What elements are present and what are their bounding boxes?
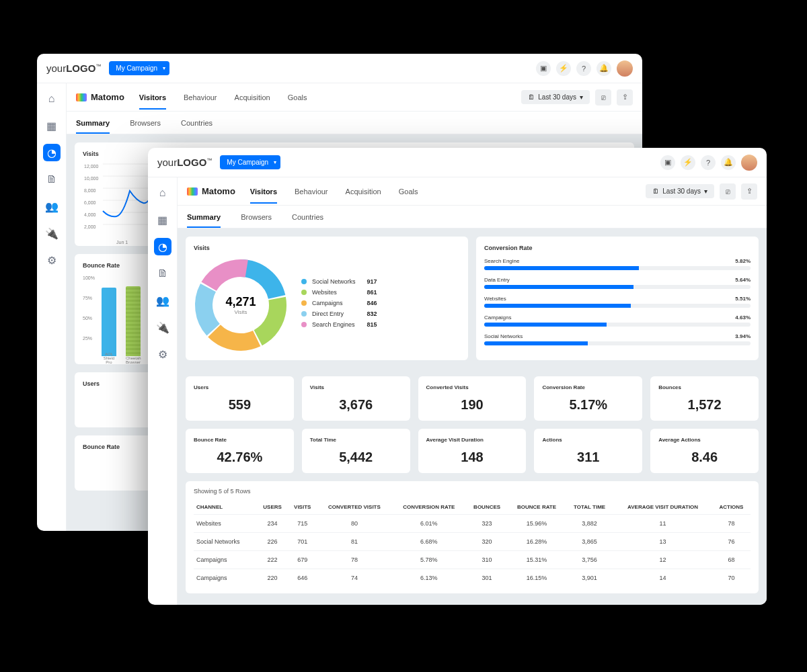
help-icon[interactable]: ? [576,61,591,76]
apps-icon[interactable]: ▦ [43,117,61,134]
table-row[interactable]: Campaigns222679785.78%31015.31%3,7561268 [194,551,751,569]
nav-tab-goals[interactable]: Goals [288,85,307,110]
nav-tab-visitors[interactable]: Visitors [139,85,166,110]
conversion-rate-card: Conversion Rate Search Engine5.82%Data E… [476,237,759,360]
bell-icon[interactable]: 🔔 [597,61,611,76]
document-icon[interactable]: 🗎 [43,171,61,188]
help-icon[interactable]: ? [701,155,716,170]
table-header[interactable]: AVERAGE VISIT DURATION [613,500,712,515]
home-icon[interactable]: ⌂ [154,184,171,202]
table-header[interactable]: CHANNEL [194,500,257,515]
card-title: Conversion Rate [484,245,751,251]
subtab-summary[interactable]: Summary [187,207,221,227]
brand: Matomo [187,186,235,196]
document-icon[interactable]: 🗎 [154,265,171,282]
kpi-label: Conversion Rate [542,384,634,390]
avatar[interactable] [741,155,757,171]
kpi-value: 311 [542,450,634,465]
donut-total: 4,271 [225,295,256,309]
apps-icon[interactable]: ▦ [154,211,171,228]
bolt-icon[interactable]: ⚡ [556,61,571,76]
channels-table: CHANNELUSERSVISITSCONVERTED VISITSCONVER… [194,500,751,587]
kpi-value: 8.46 [658,450,751,465]
legend-dot-icon [301,322,307,327]
table-header[interactable]: VISITS [288,500,317,515]
subtab-countries[interactable]: Countries [181,113,213,133]
conversion-row: Websites5.51% [484,296,751,308]
table-header[interactable]: USERS [257,500,288,515]
gear-icon[interactable]: ⚙ [154,345,171,363]
nav-tab-visitors[interactable]: Visitors [250,179,277,204]
kpi-card: Average Actions8.46 [650,429,759,473]
plug-icon[interactable]: 🔌 [43,224,61,242]
campaign-dropdown[interactable]: My Campaign [220,155,280,169]
kpi-card: Conversion Rate5.17% [534,376,642,421]
home-icon[interactable]: ⌂ [43,90,61,108]
table-header[interactable]: CONVERTED VISITS [317,500,391,515]
users-icon[interactable]: 👥 [43,198,61,215]
share-button[interactable]: ⇪ [617,89,633,106]
conversion-row: Data Entry5.64% [484,277,751,289]
nav-tab-behaviour[interactable]: Behaviour [184,85,217,110]
navbar: Matomo VisitorsBehaviourAcquisitionGoals… [178,177,767,206]
subtab-browsers[interactable]: Browsers [130,113,161,133]
table-row[interactable]: Social Networks226701816.68%32016.28%3,8… [194,533,751,551]
legend-item: Social Networks917 [301,278,377,285]
table-meta: Showing 5 of 5 Rows [194,488,751,495]
legend-item: Campaigns846 [301,300,377,306]
legend-dot-icon [301,279,307,284]
legend-item: Direct Entry832 [301,310,377,317]
kpi-value: 5,442 [310,450,402,465]
kpi-label: Bounce Rate [194,437,286,443]
table-row[interactable]: Campaigns220646746.13%30116.15%3,9011470 [194,569,751,587]
table-header[interactable]: BOUNCE RATE [508,500,566,515]
kpi-value: 3,676 [310,397,402,413]
sidebar: ⌂ ▦ ◔ 🗎 👥 🔌 ⚙ [37,83,67,531]
kpi-card: Visits3,676 [302,376,410,421]
table-header[interactable]: TOTAL TIME [566,500,613,515]
subtab-countries[interactable]: Countries [292,207,323,227]
date-range-dropdown[interactable]: 🗓Last 30 days▾ [521,90,590,104]
plug-icon[interactable]: 🔌 [154,319,171,336]
brand-logo-icon [76,93,87,101]
brand-logo-icon [187,187,198,196]
kpi-card: Bounce Rate42.76% [186,429,294,473]
calendar-icon: 🗓 [652,187,659,195]
nav-tab-acquisition[interactable]: Acquisition [235,85,270,110]
table-header[interactable]: CONVERSION RATE [392,500,466,515]
bell-icon[interactable]: 🔔 [721,155,736,170]
users-icon[interactable]: 👥 [154,292,171,309]
table-header[interactable]: BOUNCES [466,500,508,515]
kpi-card: Total Time5,442 [302,429,410,473]
avatar[interactable] [617,60,633,77]
kpi-card: Converted Visits190 [418,376,527,421]
topbar: yourLOGO™ My Campaign ▣ ⚡ ? 🔔 [37,54,642,83]
folder-icon[interactable]: ▣ [536,61,551,76]
folder-icon[interactable]: ▣ [660,155,675,170]
dashboard-window-front: yourLOGO™ My Campaign ▣ ⚡ ? 🔔 ⌂ ▦ ◔ 🗎 👥 … [148,148,767,605]
legend-dot-icon [301,311,307,317]
analytics-icon[interactable]: ◔ [154,238,171,255]
kpi-card: Average Visit Duration148 [418,429,527,473]
analytics-icon[interactable]: ◔ [43,144,61,161]
navbar: Matomo VisitorsBehaviourAcquisitionGoals… [67,83,642,112]
nav-tab-behaviour[interactable]: Behaviour [295,179,328,204]
filter-button[interactable]: ⎚ [720,183,736,200]
conversion-row: Campaigns4.63% [484,314,751,327]
share-button[interactable]: ⇪ [741,183,757,200]
calendar-icon: 🗓 [528,93,535,101]
gear-icon[interactable]: ⚙ [43,251,61,269]
nav-tab-goals[interactable]: Goals [399,179,418,204]
kpi-label: Average Actions [658,437,751,443]
table-row[interactable]: Websites234715806.01%32315.96%3,8821178 [194,515,751,533]
campaign-dropdown[interactable]: My Campaign [109,61,169,75]
subtab-summary[interactable]: Summary [76,113,110,133]
filter-button[interactable]: ⎚ [595,89,611,106]
legend-item: Search Engines815 [301,321,377,328]
x-axis-label: Jun 1 [116,240,128,245]
nav-tab-acquisition[interactable]: Acquisition [346,179,381,204]
date-range-dropdown[interactable]: 🗓Last 30 days▾ [646,184,714,198]
table-header[interactable]: ACTIONS [712,500,751,515]
subtab-browsers[interactable]: Browsers [241,207,272,227]
bolt-icon[interactable]: ⚡ [681,155,695,170]
